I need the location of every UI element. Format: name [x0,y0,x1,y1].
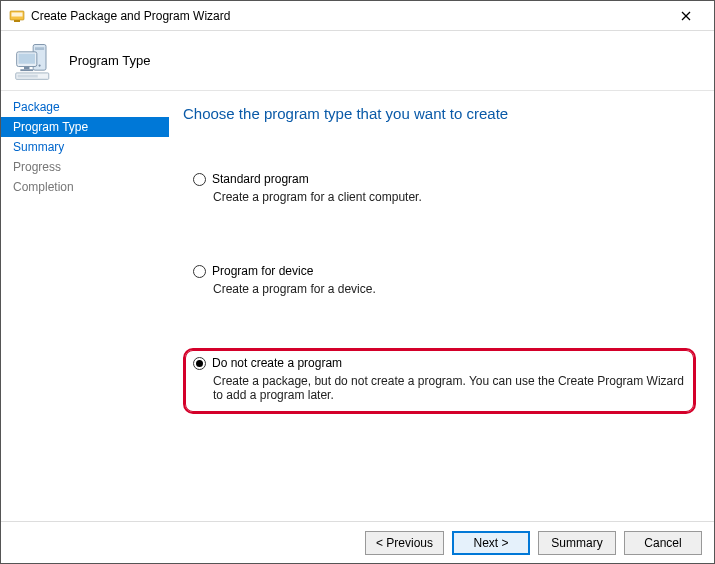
radio-do-not-create[interactable] [193,357,206,370]
window-title: Create Package and Program Wizard [31,9,666,23]
page-title: Program Type [69,53,150,68]
option-standard-program: Standard program Create a program for a … [183,164,696,216]
main-heading: Choose the program type that you want to… [183,105,696,122]
svg-rect-1 [12,12,23,16]
wizard-body: Package Program Type Summary Progress Co… [1,91,714,521]
sidebar-item-package[interactable]: Package [1,97,169,117]
cancel-button[interactable]: Cancel [624,531,702,555]
option-label: Do not create a program [212,356,342,370]
option-description: Create a package, but do not create a pr… [213,374,686,402]
wizard-footer: < Previous Next > Summary Cancel [1,521,714,563]
summary-button[interactable]: Summary [538,531,616,555]
svg-rect-11 [20,69,33,71]
titlebar: Create Package and Program Wizard [1,1,714,31]
sidebar-item-completion: Completion [1,177,169,197]
option-description: Create a program for a client computer. [213,190,686,204]
previous-button[interactable]: < Previous [365,531,444,555]
svg-point-7 [38,64,40,66]
svg-rect-9 [19,53,36,63]
svg-rect-13 [18,74,38,77]
wizard-icon [13,39,57,83]
radio-program-for-device[interactable] [193,265,206,278]
sidebar-item-progress: Progress [1,157,169,177]
option-program-for-device: Program for device Create a program for … [183,256,696,308]
svg-rect-10 [24,66,30,69]
wizard-header: Program Type [1,31,714,91]
close-icon [681,11,691,21]
app-icon [9,8,25,24]
option-description: Create a program for a device. [213,282,686,296]
option-label: Standard program [212,172,309,186]
main-panel: Choose the program type that you want to… [169,91,714,521]
sidebar-item-summary[interactable]: Summary [1,137,169,157]
svg-rect-2 [14,20,20,22]
option-label: Program for device [212,264,313,278]
radio-standard-program[interactable] [193,173,206,186]
sidebar: Package Program Type Summary Progress Co… [1,91,169,521]
next-button[interactable]: Next > [452,531,530,555]
option-do-not-create: Do not create a program Create a package… [183,348,696,414]
close-button[interactable] [666,2,706,30]
sidebar-item-program-type[interactable]: Program Type [1,117,169,137]
svg-rect-6 [35,47,44,50]
